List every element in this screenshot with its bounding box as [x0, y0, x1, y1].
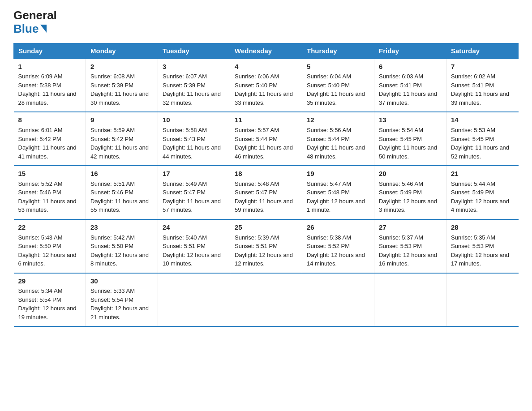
calendar-day-cell: 1Sunrise: 6:09 AMSunset: 5:38 PMDaylight…: [14, 59, 86, 112]
day-info: Sunrise: 5:53 AMSunset: 5:45 PMDaylight:…: [451, 126, 514, 161]
page-header: General Blue: [13, 9, 519, 36]
day-number: 27: [379, 223, 442, 232]
calendar-day-cell: [158, 273, 230, 327]
day-number: 10: [163, 115, 225, 125]
day-info: Sunrise: 6:07 AMSunset: 5:39 PMDaylight:…: [163, 72, 225, 107]
calendar-day-cell: 22Sunrise: 5:43 AMSunset: 5:50 PMDayligh…: [14, 219, 86, 273]
calendar-table: SundayMondayTuesdayWednesdayThursdayFrid…: [13, 43, 519, 327]
day-number: 7: [451, 62, 514, 72]
calendar-day-cell: 28Sunrise: 5:35 AMSunset: 5:53 PMDayligh…: [446, 219, 519, 273]
calendar-header-thursday: Thursday: [302, 43, 374, 59]
calendar-day-cell: [230, 273, 302, 327]
calendar-day-cell: 23Sunrise: 5:42 AMSunset: 5:50 PMDayligh…: [86, 219, 158, 273]
day-number: 9: [90, 115, 153, 125]
day-info: Sunrise: 5:59 AMSunset: 5:42 PMDaylight:…: [90, 126, 153, 161]
day-info: Sunrise: 5:51 AMSunset: 5:46 PMDaylight:…: [90, 180, 153, 214]
day-info: Sunrise: 5:57 AMSunset: 5:44 PMDaylight:…: [235, 126, 297, 161]
day-info: Sunrise: 5:35 AMSunset: 5:53 PMDaylight:…: [451, 233, 514, 268]
calendar-day-cell: 30Sunrise: 5:33 AMSunset: 5:54 PMDayligh…: [86, 273, 158, 327]
day-number: 26: [307, 223, 369, 232]
day-info: Sunrise: 5:49 AMSunset: 5:47 PMDaylight:…: [163, 180, 225, 214]
calendar-week-row: 8Sunrise: 6:01 AMSunset: 5:42 PMDaylight…: [14, 112, 519, 166]
day-info: Sunrise: 5:34 AMSunset: 5:54 PMDaylight:…: [18, 287, 82, 321]
calendar-day-cell: 11Sunrise: 5:57 AMSunset: 5:44 PMDayligh…: [230, 112, 302, 166]
day-number: 3: [163, 62, 225, 72]
calendar-day-cell: 12Sunrise: 5:56 AMSunset: 5:44 PMDayligh…: [302, 112, 374, 166]
calendar-day-cell: 24Sunrise: 5:40 AMSunset: 5:51 PMDayligh…: [158, 219, 230, 273]
day-number: 23: [90, 223, 153, 232]
logo-general-text: General: [13, 9, 57, 22]
day-info: Sunrise: 5:37 AMSunset: 5:53 PMDaylight:…: [379, 233, 442, 268]
day-info: Sunrise: 5:56 AMSunset: 5:44 PMDaylight:…: [307, 126, 369, 161]
day-number: 19: [307, 169, 369, 179]
calendar-header-friday: Friday: [374, 43, 446, 59]
calendar-day-cell: [302, 273, 374, 327]
day-info: Sunrise: 5:40 AMSunset: 5:51 PMDaylight:…: [163, 233, 225, 268]
day-number: 22: [18, 223, 82, 232]
day-info: Sunrise: 6:04 AMSunset: 5:40 PMDaylight:…: [307, 72, 369, 107]
day-number: 2: [90, 62, 153, 72]
day-number: 4: [235, 62, 297, 72]
day-info: Sunrise: 5:47 AMSunset: 5:48 PMDaylight:…: [307, 180, 369, 214]
calendar-day-cell: 25Sunrise: 5:39 AMSunset: 5:51 PMDayligh…: [230, 219, 302, 273]
calendar-day-cell: 13Sunrise: 5:54 AMSunset: 5:45 PMDayligh…: [374, 112, 446, 166]
day-number: 11: [235, 115, 297, 125]
day-number: 29: [18, 276, 82, 286]
day-info: Sunrise: 6:08 AMSunset: 5:39 PMDaylight:…: [90, 72, 153, 107]
day-number: 13: [379, 115, 442, 125]
day-info: Sunrise: 5:54 AMSunset: 5:45 PMDaylight:…: [379, 126, 442, 161]
calendar-day-cell: 21Sunrise: 5:44 AMSunset: 5:49 PMDayligh…: [446, 166, 519, 219]
calendar-day-cell: 15Sunrise: 5:52 AMSunset: 5:46 PMDayligh…: [14, 166, 86, 219]
logo: General Blue: [13, 9, 57, 36]
day-number: 25: [235, 223, 297, 232]
day-info: Sunrise: 6:09 AMSunset: 5:38 PMDaylight:…: [18, 72, 82, 107]
day-info: Sunrise: 6:03 AMSunset: 5:41 PMDaylight:…: [379, 72, 442, 107]
calendar-week-row: 22Sunrise: 5:43 AMSunset: 5:50 PMDayligh…: [14, 219, 519, 273]
calendar-day-cell: 19Sunrise: 5:47 AMSunset: 5:48 PMDayligh…: [302, 166, 374, 219]
day-info: Sunrise: 5:33 AMSunset: 5:54 PMDaylight:…: [90, 287, 153, 321]
logo-triangle-icon: [40, 25, 47, 33]
calendar-day-cell: 4Sunrise: 6:06 AMSunset: 5:40 PMDaylight…: [230, 59, 302, 112]
calendar-day-cell: 8Sunrise: 6:01 AMSunset: 5:42 PMDaylight…: [14, 112, 86, 166]
calendar-day-cell: 3Sunrise: 6:07 AMSunset: 5:39 PMDaylight…: [158, 59, 230, 112]
calendar-header-saturday: Saturday: [446, 43, 519, 59]
day-number: 17: [163, 169, 225, 179]
day-number: 14: [451, 115, 514, 125]
day-info: Sunrise: 5:58 AMSunset: 5:43 PMDaylight:…: [163, 126, 225, 161]
calendar-day-cell: 17Sunrise: 5:49 AMSunset: 5:47 PMDayligh…: [158, 166, 230, 219]
calendar-week-row: 1Sunrise: 6:09 AMSunset: 5:38 PMDaylight…: [14, 59, 519, 112]
calendar-day-cell: 7Sunrise: 6:02 AMSunset: 5:41 PMDaylight…: [446, 59, 519, 112]
day-number: 1: [18, 62, 82, 72]
calendar-day-cell: 10Sunrise: 5:58 AMSunset: 5:43 PMDayligh…: [158, 112, 230, 166]
day-info: Sunrise: 5:38 AMSunset: 5:52 PMDaylight:…: [307, 233, 369, 268]
calendar-header-sunday: Sunday: [14, 43, 86, 59]
calendar-day-cell: 2Sunrise: 6:08 AMSunset: 5:39 PMDaylight…: [86, 59, 158, 112]
day-info: Sunrise: 5:44 AMSunset: 5:49 PMDaylight:…: [451, 180, 514, 214]
calendar-day-cell: 16Sunrise: 5:51 AMSunset: 5:46 PMDayligh…: [86, 166, 158, 219]
calendar-day-cell: 18Sunrise: 5:48 AMSunset: 5:47 PMDayligh…: [230, 166, 302, 219]
calendar-header-wednesday: Wednesday: [230, 43, 302, 59]
calendar-day-cell: [446, 273, 519, 327]
day-number: 21: [451, 169, 514, 179]
day-number: 16: [90, 169, 153, 179]
day-info: Sunrise: 5:52 AMSunset: 5:46 PMDaylight:…: [18, 180, 82, 214]
day-number: 12: [307, 115, 369, 125]
day-info: Sunrise: 5:42 AMSunset: 5:50 PMDaylight:…: [90, 233, 153, 268]
day-number: 24: [163, 223, 225, 232]
day-number: 18: [235, 169, 297, 179]
calendar-day-cell: 5Sunrise: 6:04 AMSunset: 5:40 PMDaylight…: [302, 59, 374, 112]
logo-blue-text: Blue: [13, 22, 47, 36]
calendar-day-cell: 26Sunrise: 5:38 AMSunset: 5:52 PMDayligh…: [302, 219, 374, 273]
day-info: Sunrise: 6:01 AMSunset: 5:42 PMDaylight:…: [18, 126, 82, 161]
calendar-day-cell: 9Sunrise: 5:59 AMSunset: 5:42 PMDaylight…: [86, 112, 158, 166]
calendar-week-row: 15Sunrise: 5:52 AMSunset: 5:46 PMDayligh…: [14, 166, 519, 219]
calendar-day-cell: 6Sunrise: 6:03 AMSunset: 5:41 PMDaylight…: [374, 59, 446, 112]
calendar-header-tuesday: Tuesday: [158, 43, 230, 59]
day-number: 15: [18, 169, 82, 179]
calendar-day-cell: 27Sunrise: 5:37 AMSunset: 5:53 PMDayligh…: [374, 219, 446, 273]
calendar-week-row: 29Sunrise: 5:34 AMSunset: 5:54 PMDayligh…: [14, 273, 519, 327]
day-info: Sunrise: 5:39 AMSunset: 5:51 PMDaylight:…: [235, 233, 297, 268]
day-info: Sunrise: 6:02 AMSunset: 5:41 PMDaylight:…: [451, 72, 514, 107]
day-info: Sunrise: 6:06 AMSunset: 5:40 PMDaylight:…: [235, 72, 297, 107]
day-info: Sunrise: 5:43 AMSunset: 5:50 PMDaylight:…: [18, 233, 82, 268]
